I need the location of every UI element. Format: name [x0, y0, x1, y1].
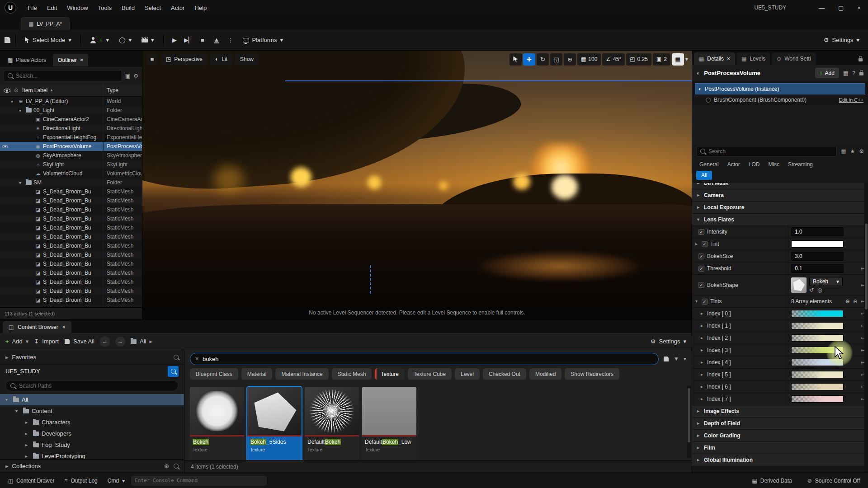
- outliner-row[interactable]: S_Dead_Broom_Bu StaticMesh: [0, 250, 142, 259]
- tint-color-swatch[interactable]: [791, 240, 844, 248]
- expander-icon[interactable]: [696, 433, 701, 438]
- tint-color-swatch[interactable]: [791, 383, 844, 390]
- expander-icon[interactable]: [699, 311, 704, 316]
- checkbox[interactable]: [698, 266, 704, 272]
- scale-tool-icon[interactable]: [550, 53, 562, 66]
- details-search[interactable]: [696, 146, 837, 157]
- filter-chip[interactable]: Texture: [375, 368, 404, 380]
- search-paths-input[interactable]: [19, 383, 174, 389]
- blueprints-button[interactable]: [115, 34, 136, 46]
- viewport-layout-icon[interactable]: [672, 53, 684, 66]
- details-settings-icon[interactable]: [859, 149, 864, 154]
- outliner-row[interactable]: S_Dead_Broom_Bu StaticMesh: [0, 232, 142, 241]
- checkbox[interactable]: [702, 299, 708, 305]
- category-tab[interactable]: General: [699, 161, 719, 168]
- console-command-box[interactable]: [131, 476, 267, 486]
- close-icon[interactable]: [80, 57, 83, 63]
- expander-icon[interactable]: ▸: [25, 420, 30, 425]
- checkbox[interactable]: [698, 229, 704, 235]
- stop-icon[interactable]: [197, 34, 209, 46]
- close-icon[interactable]: [62, 324, 66, 330]
- outliner-row[interactable]: S_Dead_Broom_Bu StaticMesh: [0, 305, 142, 307]
- category-section-header[interactable]: Depth of Field: [692, 418, 868, 430]
- console-command-input[interactable]: [135, 478, 263, 483]
- show-dropdown[interactable]: Show: [235, 53, 259, 66]
- asset-tile[interactable]: Bokeh Texture: [190, 387, 244, 460]
- outliner-row[interactable]: VolumetricCloud VolumetricCloud: [0, 169, 142, 178]
- asset-tile[interactable]: DefaultBokeh_Low Texture: [362, 387, 416, 460]
- expander-icon[interactable]: ▾: [19, 180, 24, 185]
- expander-icon[interactable]: [696, 183, 701, 185]
- category-section-header[interactable]: Camera: [692, 189, 868, 202]
- menu-item[interactable]: Select: [140, 2, 166, 14]
- search-icon[interactable]: [174, 355, 179, 360]
- breadcrumb[interactable]: All: [131, 338, 152, 345]
- folder-tree-item[interactable]: ▸ Developers: [0, 428, 184, 439]
- tint-color-swatch[interactable]: [791, 347, 844, 354]
- save-search-icon[interactable]: [664, 356, 669, 361]
- visibility-column-icon[interactable]: [4, 89, 10, 93]
- forward-icon[interactable]: [115, 337, 125, 347]
- expander-icon[interactable]: ▾: [11, 99, 16, 104]
- expander-icon[interactable]: ▸: [25, 442, 30, 447]
- viewport-options-icon[interactable]: [146, 53, 158, 66]
- category-tab[interactable]: Streaming: [788, 161, 813, 168]
- outliner-row[interactable]: S_Dead_Broom_Bu StaticMesh: [0, 277, 142, 286]
- outliner-row[interactable]: S_Dead_Broom_Bu StaticMesh: [0, 205, 142, 214]
- outliner-row[interactable]: ▾ LV_PP_A (Editor) World: [0, 97, 142, 106]
- expander-icon[interactable]: [699, 385, 704, 389]
- checkbox[interactable]: [698, 253, 704, 259]
- category-section-header[interactable]: Color Grading: [692, 430, 868, 442]
- expander-icon[interactable]: ▾: [19, 108, 24, 113]
- outliner-row[interactable]: CineCameraActor2 CineCameraActor: [0, 115, 142, 124]
- pin-column-icon[interactable]: [14, 88, 19, 93]
- outliner-row[interactable]: S_Dead_Broom_Bu StaticMesh: [0, 214, 142, 223]
- expander-icon[interactable]: [694, 299, 699, 304]
- visibility-eye-icon[interactable]: [2, 145, 8, 148]
- path-filter-button[interactable]: [168, 366, 179, 377]
- eject-icon[interactable]: [211, 34, 223, 46]
- expander-icon[interactable]: [694, 242, 699, 246]
- expander-icon[interactable]: [5, 354, 9, 360]
- menu-item[interactable]: Help: [189, 2, 212, 14]
- edit-in-cpp-link[interactable]: Edit in C++: [839, 97, 863, 103]
- tab-levels[interactable]: Levels: [736, 52, 770, 65]
- play-options-icon[interactable]: [225, 34, 237, 46]
- remove-array-element-icon[interactable]: [853, 299, 858, 304]
- tab-details[interactable]: Details: [694, 52, 735, 65]
- world-local-toggle-icon[interactable]: [564, 53, 576, 66]
- cb-settings-dropdown[interactable]: Settings: [651, 338, 686, 345]
- bokeh-shape-thumbnail[interactable]: [791, 277, 807, 293]
- menu-item[interactable]: Edit: [42, 2, 62, 14]
- type-column-header[interactable]: Type: [103, 84, 142, 96]
- rotation-snap-control[interactable]: 45°: [602, 53, 625, 66]
- add-component-button[interactable]: Add: [815, 68, 839, 78]
- tab-content-browser[interactable]: Content Browser: [3, 321, 71, 333]
- select-tool-icon[interactable]: [509, 53, 522, 66]
- outliner-row[interactable]: S_Dead_Broom_Bu StaticMesh: [0, 286, 142, 296]
- filter-chip[interactable]: Show Redirectors: [565, 368, 619, 380]
- clear-search-icon[interactable]: [195, 356, 198, 361]
- folder-tree-item[interactable]: ▸ Fog_Study: [0, 439, 184, 450]
- lock-icon[interactable]: [859, 72, 863, 75]
- expander-icon[interactable]: [696, 193, 701, 197]
- tint-color-swatch[interactable]: [791, 310, 844, 317]
- outliner-row[interactable]: ▾ SM Folder: [0, 178, 142, 187]
- scale-snap-control[interactable]: 0.25: [626, 53, 651, 66]
- expander-icon[interactable]: [699, 336, 704, 340]
- expander-icon[interactable]: ▾: [15, 408, 20, 413]
- folder-tree-item[interactable]: ▸ LevelPrototyping: [0, 450, 184, 459]
- source-control-button[interactable]: Source Control Off: [804, 478, 863, 484]
- expander-icon[interactable]: [696, 458, 701, 462]
- outliner-settings-icon[interactable]: [133, 73, 138, 79]
- chevron-down-icon[interactable]: [684, 356, 686, 361]
- expander-icon[interactable]: [699, 348, 704, 352]
- move-tool-icon[interactable]: [523, 53, 535, 66]
- outliner-row[interactable]: S_Dead_Broom_Bu StaticMesh: [0, 223, 142, 232]
- unreal-logo-icon[interactable]: U: [5, 2, 16, 14]
- outliner-row[interactable]: S_Dead_Broom_Bu StaticMesh: [0, 259, 142, 268]
- category-section-header[interactable]: Film: [692, 442, 868, 454]
- close-icon[interactable]: [857, 5, 861, 11]
- import-button[interactable]: Import: [34, 338, 59, 345]
- outliner-row[interactable]: SkyLight SkyLight: [0, 160, 142, 169]
